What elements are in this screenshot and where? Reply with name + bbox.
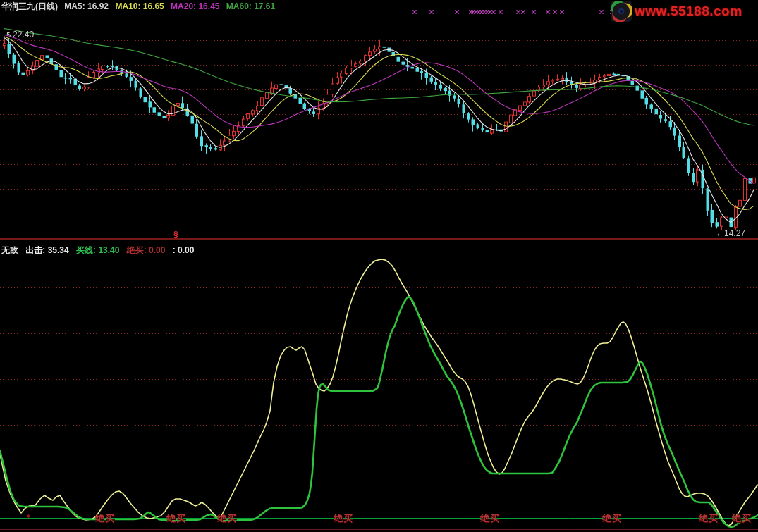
high-price-marker: ↖22.40 xyxy=(6,30,34,39)
ma60-value: MA60: 17.61 xyxy=(226,1,275,11)
indicator-header: 无敌 出击: 35.34 买线: 13.40 绝买: 0.00 : 0.00 xyxy=(1,245,199,256)
buy-signal-label: 绝买 xyxy=(166,512,186,525)
buy-signal-label: 绝买 xyxy=(217,512,237,525)
indicator-chuji-value: 出击: 35.34 xyxy=(25,245,68,255)
section-mark: § xyxy=(173,230,178,240)
ma5-value: MA5: 16.92 xyxy=(64,1,109,11)
indicator-name: 无敌 xyxy=(1,245,18,255)
site-logo[interactable]: www.55188.com xyxy=(611,1,742,22)
indicator-extra-value: : 0.00 xyxy=(173,245,195,255)
buy-signal-label: 绝买 xyxy=(699,512,719,525)
buy-signal-label: 绝买 xyxy=(334,512,353,525)
pinwheel-logo-icon xyxy=(611,1,632,22)
site-url-text[interactable]: www.55188.com xyxy=(635,4,742,19)
chart-header: 华润三九(日线) MA5: 16.92 MA10: 16.65 MA20: 16… xyxy=(1,1,279,13)
stock-title: 华润三九(日线) xyxy=(1,1,58,11)
indicator-juemai-value: 绝买: 0.00 xyxy=(127,245,166,255)
indicator-maixian-value: 买线: 13.40 xyxy=(76,245,119,255)
low-price-marker: ←14.27 xyxy=(716,228,745,238)
ma20-value: MA20: 16.45 xyxy=(171,1,219,11)
ma10-value: MA10: 16.65 xyxy=(115,1,164,11)
trading-app-window: 华润三九(日线) MA5: 16.92 MA10: 16.65 MA20: 16… xyxy=(0,0,758,532)
buy-signal-label: 绝买 xyxy=(602,512,622,525)
buy-signal-label: 绝买 xyxy=(480,512,500,525)
buy-signal-label: 绝买 xyxy=(95,512,115,525)
stock-chart-canvas[interactable] xyxy=(0,0,758,532)
buy-signal-label: 绝买 xyxy=(732,512,752,525)
